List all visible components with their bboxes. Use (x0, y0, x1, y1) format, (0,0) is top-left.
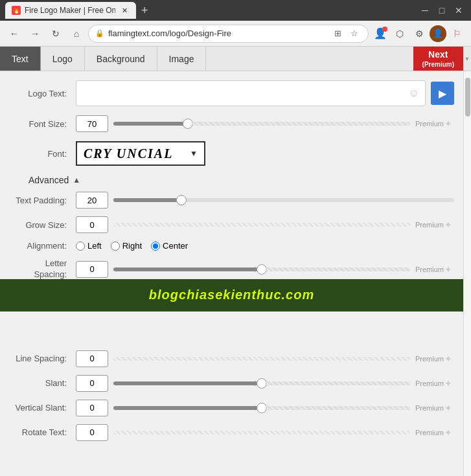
font-dropdown-arrow: ▼ (190, 149, 198, 158)
font-size-premium-overlay (190, 122, 410, 126)
logo-text-input[interactable] (76, 80, 426, 106)
alignment-center-radio[interactable] (151, 242, 160, 251)
page-wrapper: Logo Text: ☺ ▶ Font Size: Premium ✦ Font… (0, 71, 471, 476)
tab-background[interactable]: Background (85, 47, 157, 71)
next-button[interactable]: Next (Premium) (413, 47, 463, 71)
alignment-center[interactable]: Center (151, 241, 188, 251)
alignment-left[interactable]: Left (76, 241, 102, 251)
font-display-text: CRY UNCIAL (84, 146, 190, 161)
grow-premium-star: ✦ (444, 220, 452, 230)
line-spacing-label: Line Spacing: (9, 354, 71, 363)
address-text: flamingtext.com/logo/Design-Fire (108, 28, 327, 38)
advanced-toggle[interactable]: ▲ (73, 176, 80, 185)
font-selector[interactable]: CRY UNCIAL ▼ (76, 141, 205, 166)
tab-title: Fire Logo Maker | Free Online De... (25, 6, 115, 15)
preview-section: blogchiasekienthuc.com (0, 279, 463, 312)
scroll-indicator: ▼ (463, 47, 471, 71)
star-icon[interactable]: ☆ (347, 27, 362, 41)
notification-dot (382, 27, 387, 32)
alignment-radio-group: Left Right Center (76, 241, 188, 251)
line-spacing-slider (113, 357, 410, 361)
advanced-header: Advanced ▲ (9, 175, 454, 185)
address-bar[interactable]: 🔒 flamingtext.com/logo/Design-Fire ⊞ ☆ (88, 25, 369, 43)
app-tab-bar: Text Logo Background Image Next (Premium… (0, 47, 471, 71)
slant-input[interactable] (76, 375, 108, 392)
translate-icon[interactable]: ⊞ (330, 27, 345, 41)
account-button[interactable]: 👤 (371, 25, 389, 43)
logo-text-wrapper: ☺ (76, 80, 426, 106)
forward-button[interactable]: → (26, 25, 44, 43)
font-size-slider[interactable] (113, 122, 410, 126)
new-tab-button[interactable]: + (141, 4, 148, 17)
slant-fill (113, 381, 262, 385)
text-padding-label: Text Padding: (9, 196, 71, 205)
logo-text-label: Logo Text: (9, 89, 71, 98)
advanced-label: Advanced (29, 175, 69, 185)
line-spacing-row: Line Spacing: Premium ✦ (9, 350, 454, 367)
slant-premium-overlay (265, 381, 410, 385)
alignment-right-radio[interactable] (111, 242, 120, 251)
lock-icon: 🔒 (95, 29, 104, 38)
font-size-input[interactable] (76, 115, 108, 132)
font-size-slider-fill (113, 122, 188, 126)
emoji-icon[interactable]: ☺ (409, 87, 419, 99)
settings-button[interactable]: ⚙ (410, 25, 428, 43)
letter-spacing-slider[interactable] (113, 267, 410, 271)
line-spacing-premium: Premium ✦ (415, 354, 454, 364)
browser-titlebar: 🔥 Fire Logo Maker | Free Online De... ✕ … (0, 0, 471, 21)
alignment-row: Alignment: Left Right Center (9, 241, 454, 251)
letter-spacing-premium: Premium ✦ (415, 264, 454, 275)
menu-button[interactable]: ⚐ (448, 25, 466, 43)
vertical-slant-slider[interactable] (113, 406, 410, 410)
alignment-left-radio[interactable] (76, 242, 85, 251)
vertical-slant-premium: Premium ✦ (415, 403, 454, 413)
font-size-premium: Premium ✦ (415, 119, 454, 129)
letter-spacing-input[interactable] (76, 261, 108, 278)
vertical-slant-star: ✦ (444, 403, 452, 413)
tab-close-button[interactable]: ✕ (119, 5, 130, 16)
grow-size-premium: Premium ✦ (415, 220, 454, 230)
rotate-text-row: Rotate Text: Premium ✦ (9, 424, 454, 441)
font-label: Font: (9, 149, 71, 159)
slant-row: Slant: Premium ✦ (9, 375, 454, 392)
preview-text: blogchiasekienthuc.com (149, 288, 314, 302)
extensions-button[interactable]: ⬡ (391, 25, 409, 43)
rotate-text-slider (113, 431, 410, 435)
slant-slider[interactable] (113, 381, 410, 385)
address-icons: ⊞ ☆ (330, 27, 362, 41)
tab-text[interactable]: Text (0, 47, 41, 71)
avatar[interactable]: 👤 (430, 25, 446, 42)
close-button[interactable]: ✕ (452, 3, 466, 17)
right-scrollbar[interactable] (463, 71, 471, 476)
letter-spacing-star: ✦ (444, 264, 452, 275)
vertical-slant-row: Vertical Slant: Premium ✦ (9, 400, 454, 416)
back-button[interactable]: ← (5, 25, 23, 43)
grow-size-slider (113, 223, 410, 227)
toolbar-icons: 👤 ⬡ ⚙ 👤 ⚐ (371, 25, 466, 43)
alignment-right[interactable]: Right (111, 241, 142, 251)
tab-logo[interactable]: Logo (41, 47, 85, 71)
alignment-label: Alignment: (9, 241, 71, 251)
grow-size-input[interactable] (76, 216, 108, 233)
browser-tab[interactable]: 🔥 Fire Logo Maker | Free Online De... ✕ (5, 2, 136, 19)
text-padding-thumb[interactable] (176, 195, 187, 205)
rotate-text-premium: Premium ✦ (415, 427, 454, 438)
tab-image[interactable]: Image (157, 47, 207, 71)
slant-premium: Premium ✦ (415, 378, 454, 389)
letter-spacing-premium-overlay (265, 267, 410, 271)
refresh-button[interactable]: ↻ (47, 25, 65, 43)
line-spacing-input[interactable] (76, 350, 108, 367)
text-padding-slider[interactable] (113, 198, 454, 202)
restore-button[interactable]: □ (435, 3, 449, 17)
minimize-button[interactable]: ─ (418, 3, 432, 17)
font-row: Font: CRY UNCIAL ▼ (9, 141, 454, 166)
rotate-text-input[interactable] (76, 424, 108, 441)
vertical-slant-input[interactable] (76, 400, 108, 416)
grow-size-label: Grow Size: (9, 220, 71, 230)
tab-spacer (206, 47, 413, 71)
video-icon-button[interactable]: ▶ (431, 82, 454, 105)
text-padding-fill (113, 198, 181, 202)
home-button[interactable]: ⌂ (67, 25, 86, 43)
scrollbar-thumb[interactable] (465, 78, 470, 117)
text-padding-input[interactable] (76, 192, 108, 209)
